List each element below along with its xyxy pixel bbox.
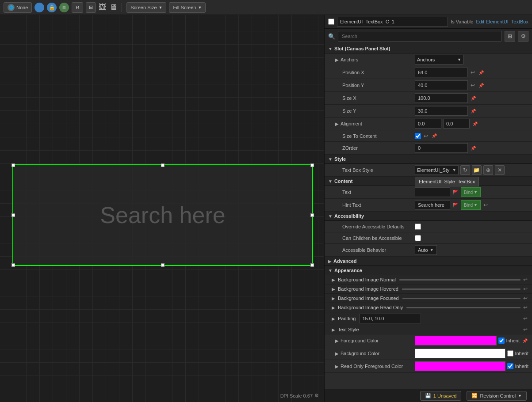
hint-text-flag-btn[interactable]: 🚩 (452, 203, 459, 208)
handle-bottom-right[interactable] (310, 263, 314, 267)
foreground-color-swatch[interactable] (415, 336, 497, 345)
bg-image-focused-row[interactable]: ▶ Background Image Focused ↩ (325, 294, 532, 303)
text-input[interactable] (415, 187, 450, 197)
size-to-content-checkbox[interactable] (415, 133, 421, 139)
text-row: Text 🚩 Bind ▼ (325, 186, 532, 199)
slot-section-header[interactable]: ▼ Slot (Canvas Panel Slot) (325, 44, 532, 53)
background-inherit-checkbox[interactable] (507, 350, 513, 356)
r-button[interactable]: R (72, 2, 83, 13)
bg-image-focused-reset[interactable]: ↩ (522, 295, 528, 301)
alignment-expand-icon[interactable]: ▶ (335, 121, 339, 126)
search-input[interactable] (338, 31, 502, 42)
monitor-icon[interactable]: 🖥 (109, 3, 117, 12)
read-only-fg-inherit-checkbox[interactable] (507, 363, 513, 369)
background-color-swatch[interactable] (415, 349, 505, 358)
text-style-row[interactable]: ▶ Text Style ↩ (325, 325, 532, 334)
settings-btn[interactable]: ⚙ (518, 31, 528, 42)
size-to-content-reset[interactable]: ↩ (423, 133, 429, 139)
handle-top-left[interactable] (11, 163, 15, 167)
size-to-content-pin[interactable]: 📌 (431, 133, 438, 138)
position-y-pin[interactable]: 📌 (478, 83, 485, 88)
none-button[interactable]: 🌐 None (4, 2, 32, 13)
anchors-expand-icon[interactable]: ▶ (335, 57, 339, 62)
alignment-pin[interactable]: 📌 (471, 121, 478, 126)
fill-screen-btn[interactable]: Fill Screen ▼ (169, 2, 206, 13)
bg-image-normal-row[interactable]: ▶ Background Image Normal ↩ (325, 275, 532, 284)
text-style-reset[interactable]: ↩ (522, 326, 528, 333)
accessibility-section-header[interactable]: ▼ Accessibility (325, 212, 532, 221)
handle-middle-right[interactable] (310, 213, 314, 217)
style-section-header[interactable]: ▼ Style (325, 155, 532, 164)
hint-bind-btn[interactable]: Bind ▼ (461, 200, 481, 210)
handle-bottom-center[interactable] (161, 263, 165, 267)
image-icon[interactable]: 🖼 (99, 3, 107, 12)
screen-size-btn[interactable]: Screen Size ▼ (126, 2, 166, 13)
background-color-expand-icon[interactable]: ▶ (335, 351, 339, 356)
style-clear-btn[interactable]: ✕ (495, 165, 505, 175)
padding-input[interactable] (359, 314, 421, 323)
padding-reset[interactable]: ↩ (522, 315, 528, 322)
bg-image-read-only-reset[interactable]: ↩ (522, 304, 528, 311)
override-accessible-checkbox[interactable] (415, 224, 421, 230)
revision-btn[interactable]: 🔀 Revision Control ▼ (467, 391, 527, 401)
zorder-label: ZOrder (335, 145, 415, 151)
canvas-widget[interactable]: Search here (12, 164, 313, 266)
can-children-accessible-checkbox[interactable] (415, 235, 421, 241)
size-x-input[interactable] (415, 93, 468, 103)
style-dropdown-wrapper: ElementUI_Styl ▼ ElementUI_Style_TextBox (415, 165, 459, 175)
grid-view-btn[interactable]: ⊞ (505, 31, 515, 42)
hint-text-reset[interactable]: ↩ (482, 202, 489, 208)
bg-image-normal-reset[interactable]: ↩ (522, 277, 528, 283)
element-name-input[interactable] (337, 17, 448, 27)
bg-image-read-only-row[interactable]: ▶ Background Image Read Only ↩ (325, 303, 532, 312)
grid-4-btn[interactable]: ⊞ (86, 2, 96, 13)
canvas-area[interactable]: Search here DPI Scale 0.67 ⚙ (0, 15, 324, 402)
position-y-input[interactable] (415, 80, 468, 90)
style-create-btn[interactable]: ⊕ (483, 165, 493, 175)
style-new-btn[interactable]: 📁 (472, 165, 482, 175)
content-section-header[interactable]: ▼ Content (325, 177, 532, 186)
position-x-input[interactable] (415, 68, 468, 77)
foreground-inherit-label: Inherit (506, 338, 520, 343)
content-section-title: Content (334, 178, 353, 184)
appearance-section-header[interactable]: ▼ Appearance (325, 266, 532, 275)
alignment-y-input[interactable] (443, 119, 470, 129)
unsaved-btn[interactable]: 💾 1 Unsaved (420, 391, 462, 401)
read-only-fg-expand-icon[interactable]: ▶ (335, 364, 339, 369)
dpi-gear-icon[interactable]: ⚙ (314, 393, 319, 398)
foreground-inherit-checkbox[interactable] (498, 338, 505, 344)
hint-text-input[interactable] (415, 200, 450, 210)
size-x-pin[interactable]: 📌 (470, 96, 477, 101)
zorder-input[interactable] (415, 143, 468, 153)
handle-bottom-left[interactable] (11, 263, 15, 267)
foreground-color-expand-icon[interactable]: ▶ (335, 338, 339, 343)
alignment-x-input[interactable] (415, 119, 441, 129)
handle-middle-left[interactable] (11, 213, 15, 217)
size-y-input[interactable] (415, 106, 468, 116)
handle-top-right[interactable] (310, 163, 314, 167)
edit-element-link[interactable]: Edit ElementUI_TextBox (476, 19, 528, 24)
anchors-label: Anchors (341, 57, 420, 62)
position-x-reset[interactable]: ↩ (470, 69, 476, 76)
revision-arrow: ▼ (518, 394, 522, 398)
advanced-section-header[interactable]: ▶ Advanced (325, 257, 532, 266)
position-x-pin[interactable]: 📌 (478, 70, 485, 75)
text-bind-btn[interactable]: Bind ▼ (461, 187, 481, 197)
text-flag-btn[interactable]: 🚩 (452, 190, 459, 195)
text-box-style-dropdown[interactable]: ElementUI_Styl ▼ (415, 165, 459, 175)
element-checkbox[interactable] (328, 19, 334, 25)
padding-row[interactable]: ▶ Padding ↩ (325, 312, 532, 325)
accessible-behavior-dropdown[interactable]: Auto ▼ (415, 245, 437, 255)
size-y-pin[interactable]: 📌 (470, 109, 477, 114)
bg-image-hovered-row[interactable]: ▶ Background Image Hovered ↩ (325, 284, 532, 294)
zorder-pin[interactable]: 📌 (470, 146, 477, 151)
handle-top-center[interactable] (161, 163, 165, 167)
properties-scroll[interactable]: ▼ Slot (Canvas Panel Slot) ▶ Anchors Anc… (325, 44, 532, 389)
size-y-label: Size Y (335, 108, 415, 114)
bg-image-hovered-reset[interactable]: ↩ (522, 286, 528, 292)
style-browse-btn[interactable]: ↻ (460, 165, 470, 175)
anchors-dropdown[interactable]: Anchors ▼ (415, 55, 463, 64)
foreground-color-pin[interactable]: 📌 (521, 338, 528, 343)
read-only-fg-swatch[interactable] (415, 361, 505, 371)
position-y-reset[interactable]: ↩ (470, 82, 476, 88)
